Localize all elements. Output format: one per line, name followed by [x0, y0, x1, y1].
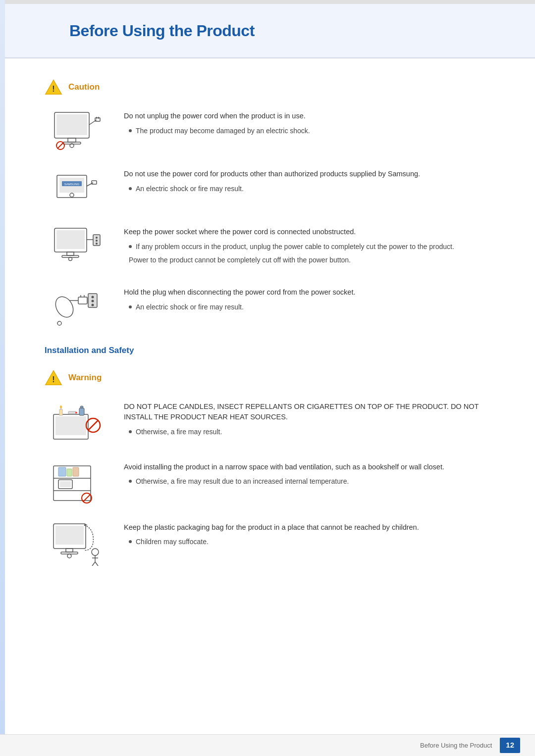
caution-main-1: Do not unplug the power cord when the pr… [124, 111, 505, 122]
svg-rect-67 [66, 549, 73, 552]
warning-main-2: Avoid installing the product in a narrow… [124, 462, 505, 473]
caution-bullet-text-3: If any problem occurs in the product, un… [136, 242, 454, 252]
page-header: Before Using the Product [5, 4, 535, 58]
plastic-bag-icon [50, 521, 104, 566]
svg-point-30 [96, 240, 98, 242]
svg-rect-23 [56, 230, 85, 249]
hold-plug-icon [50, 286, 104, 328]
caution-main-2: Do not use the power cord for products o… [124, 169, 505, 180]
bullet-dot [129, 480, 132, 483]
svg-rect-6 [68, 138, 76, 142]
svg-text:!: ! [52, 375, 54, 384]
svg-rect-49 [68, 411, 76, 414]
bullet-dot [129, 305, 132, 308]
svg-rect-5 [56, 114, 87, 135]
warning-main-3: Keep the plastic packaging bag for the p… [124, 522, 505, 533]
page-footer: Before Using the Product 12 [0, 734, 535, 756]
warning-bullet-text-1: Otherwise, a fire may result. [136, 427, 222, 437]
svg-point-52 [80, 406, 83, 408]
no-candles-icon [50, 401, 104, 445]
caution-bullet-1: The product may become damaged by an ele… [129, 126, 505, 136]
svg-line-54 [88, 420, 98, 430]
caution-bullet-2: An electric shock or fire may result. [129, 184, 505, 194]
svg-rect-36 [78, 297, 87, 304]
svg-rect-45 [55, 416, 86, 435]
warning-bullet-text-2: Otherwise, a fire may result due to an i… [136, 476, 349, 487]
warning-item-3: Keep the plastic packaging bag for the p… [45, 521, 505, 566]
caution-triangle-icon: ! [45, 78, 62, 96]
svg-point-19 [70, 193, 74, 197]
top-bar [0, 0, 535, 4]
installation-title: Installation and Safety [45, 344, 505, 357]
caution-text-3: Keep the power socket where the power co… [124, 226, 505, 265]
caution-text-2: Do not use the power cord for products o… [124, 168, 505, 194]
warning-image-1 [45, 401, 109, 445]
caution-image-3 [45, 226, 109, 270]
svg-point-48 [60, 405, 62, 408]
caution-item-2: SAMSUNG Do not use the power cord for pr… [45, 168, 505, 210]
svg-rect-21 [92, 181, 97, 184]
caution-main-3: Keep the power socket where the power co… [124, 227, 505, 238]
svg-text:SAMSUNG: SAMSUNG [64, 183, 80, 186]
caution-text-1: Do not unplug the power cord when the pr… [124, 110, 505, 136]
svg-point-70 [92, 549, 99, 555]
warning-item-1: DO NOT PLACE CANDLES, INSECT REPELLANTS … [45, 401, 505, 445]
warning-main-1: DO NOT PLACE CANDLES, INSECT REPELLANTS … [124, 402, 505, 423]
svg-rect-51 [79, 408, 84, 415]
caution-text-4: Hold the plug when disconnecting the pow… [124, 286, 505, 312]
svg-rect-24 [67, 252, 74, 255]
power-socket-icon [50, 226, 104, 270]
bullet-dot [129, 245, 132, 248]
svg-rect-62 [73, 467, 79, 476]
warning-bullet-3: Children may suffocate. [129, 537, 505, 547]
warning-section-header: ! Warning [45, 369, 505, 387]
svg-rect-50 [75, 412, 77, 413]
monitor-unplug-icon [50, 110, 104, 152]
caution-bullet-text-4: An electric shock or fire may result. [136, 302, 244, 312]
caution-label: Caution [68, 81, 100, 94]
svg-point-29 [96, 237, 98, 239]
caution-bullet-3: If any problem occurs in the product, un… [129, 242, 505, 252]
warning-text-2: Avoid installing the product in a narrow… [124, 461, 505, 487]
svg-point-35 [92, 304, 94, 306]
installation-section-title: Installation and Safety [45, 344, 505, 357]
warning-image-3 [45, 521, 109, 566]
svg-rect-61 [67, 469, 72, 476]
warning-triangle-icon: ! [45, 369, 62, 387]
caution-bullet-text-1: The product may become damaged by an ele… [136, 126, 310, 136]
caution-image-2: SAMSUNG [45, 168, 109, 210]
svg-line-73 [92, 562, 95, 566]
bullet-dot [129, 430, 132, 433]
footer-label: Before Using the Product [420, 741, 492, 751]
svg-point-34 [92, 300, 94, 302]
warning-label: Warning [68, 371, 102, 384]
warning-bullet-2: Otherwise, a fire may result due to an i… [129, 476, 505, 487]
warning-image-2 [45, 461, 109, 505]
warning-text-1: DO NOT PLACE CANDLES, INSECT REPELLANTS … [124, 401, 505, 438]
svg-rect-59 [60, 481, 71, 487]
caution-image-4 [45, 286, 109, 328]
svg-line-74 [95, 562, 98, 566]
svg-line-14 [57, 143, 63, 149]
caution-image-1 [45, 110, 109, 152]
svg-point-33 [92, 296, 94, 299]
bookshelf-icon [50, 461, 104, 505]
warning-text-3: Keep the plastic packaging bag for the p… [124, 521, 505, 548]
caution-section-header: ! Caution [45, 78, 505, 96]
page-title: Before Using the Product [69, 19, 255, 43]
bullet-dot [129, 187, 132, 190]
svg-point-41 [57, 321, 61, 325]
svg-rect-60 [58, 467, 66, 476]
svg-rect-66 [55, 526, 84, 545]
caution-item-4: Hold the plug when disconnecting the pow… [45, 286, 505, 328]
main-content: ! Caution [5, 58, 535, 602]
svg-text:!: ! [52, 84, 54, 93]
bullet-dot [129, 540, 132, 543]
caution-main-4: Hold the plug when disconnecting the pow… [124, 287, 505, 298]
page-number: 12 [500, 738, 520, 753]
caution-item-1: Do not unplug the power cord when the pr… [45, 110, 505, 152]
samsung-product-icon: SAMSUNG [50, 168, 104, 210]
svg-rect-46 [59, 409, 62, 415]
svg-point-40 [52, 294, 77, 320]
svg-point-31 [96, 243, 98, 245]
